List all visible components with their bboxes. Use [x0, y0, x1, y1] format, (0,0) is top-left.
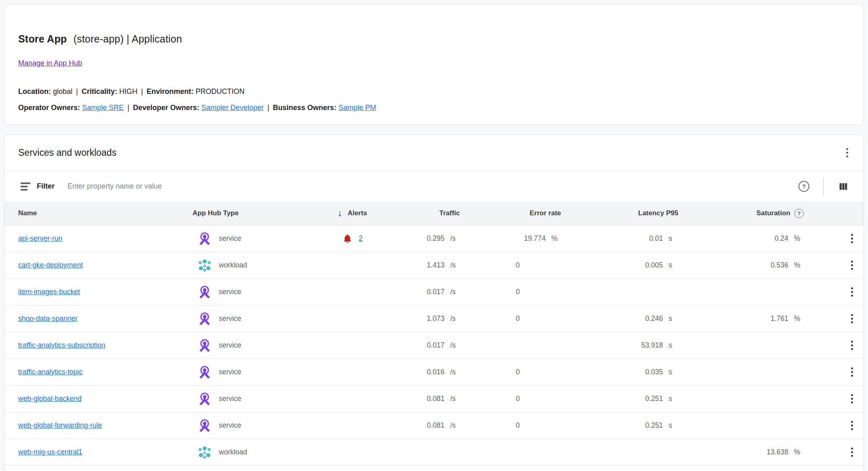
traffic-cell: 1.413/s: [395, 261, 470, 269]
error-rate-value: 19.774: [524, 234, 546, 243]
error-rate-value: 0: [516, 261, 520, 269]
help-icon: ?: [798, 181, 809, 192]
row-more-options-button[interactable]: [848, 444, 856, 460]
row-type-label: workload: [219, 261, 247, 269]
latency-cell: 0.005s: [571, 261, 688, 269]
latency-unit: s: [663, 341, 683, 350]
service-name-link[interactable]: web-global-forwarding-rule: [18, 421, 102, 430]
page: Store App (store-app) | Application Mana…: [0, 0, 868, 471]
row-more-options-button[interactable]: [848, 364, 856, 380]
meta-label: Business Owners:: [273, 104, 339, 112]
header-alerts[interactable]: ↓ Alerts: [294, 209, 395, 218]
app-name: Store App: [18, 33, 67, 45]
header-saturation-label: Saturation: [756, 209, 790, 217]
latency-value: 0.246: [645, 314, 663, 323]
meta-label: Criticality:: [82, 87, 119, 95]
latency-value: 0.01: [649, 234, 663, 243]
saturation-cell: 0.24%: [688, 234, 813, 243]
app-owners-line: Operator Owners: Sample SRE|Developer Ow…: [18, 100, 850, 116]
traffic-value: 0.081: [427, 421, 445, 430]
traffic-value: 0.295: [427, 234, 445, 243]
name-cell: cart-gke-deployment: [4, 261, 193, 269]
latency-value: 0.251: [645, 395, 663, 403]
header-saturation[interactable]: Saturation ?: [688, 209, 813, 218]
service-name-link[interactable]: api-server-run: [18, 234, 62, 243]
saturation-help-icon[interactable]: ?: [794, 209, 804, 218]
filter-help-button[interactable]: ?: [796, 178, 812, 194]
saturation-value: 0.24: [775, 234, 788, 243]
service-name-link[interactable]: shop-data-spanner: [18, 314, 78, 323]
row-more-options-button[interactable]: [848, 418, 856, 433]
meta-label: Location:: [18, 87, 53, 95]
type-cell: service: [193, 285, 294, 299]
header-app-hub-type[interactable]: App Hub Type: [193, 209, 294, 217]
filter-input[interactable]: [68, 182, 796, 191]
separator: |: [124, 104, 133, 112]
saturation-unit: %: [788, 448, 809, 456]
actions-cell: [813, 337, 864, 353]
manage-in-app-hub-link[interactable]: Manage in App Hub: [18, 59, 82, 68]
filter-label[interactable]: Filter: [37, 182, 55, 191]
service-name-link[interactable]: web-mig-us-central1: [18, 448, 83, 456]
error-cell: 0: [470, 421, 571, 430]
header-error-rate[interactable]: Error rate: [470, 209, 571, 217]
saturation-value: 0.536: [771, 261, 788, 269]
type-cell: service: [193, 392, 294, 406]
owner-link[interactable]: Sample PM: [339, 104, 376, 112]
type-cell: workload: [193, 445, 294, 460]
panel-header: Services and workloads: [4, 135, 864, 171]
header-latency-p95[interactable]: Latency P95: [571, 209, 688, 217]
type-cell: service: [193, 231, 294, 246]
actions-cell: [813, 311, 864, 327]
row-type-label: service: [219, 341, 241, 350]
owner-link[interactable]: Sample SRE: [82, 104, 124, 112]
owner-link[interactable]: Sampler Developer: [201, 104, 264, 112]
service-name-link[interactable]: traffic-analytics-topic: [18, 368, 83, 376]
error-cell: 0: [470, 288, 571, 296]
app-id-and-kind: (store-app) | Application: [73, 33, 182, 45]
saturation-unit: %: [788, 314, 809, 323]
toolbar-divider: [823, 178, 824, 195]
service-name-link[interactable]: web-global-backend: [18, 395, 82, 403]
traffic-value: 0.017: [427, 341, 445, 350]
actions-cell: [813, 257, 864, 273]
service-name-link[interactable]: item-images-bucket: [18, 288, 80, 296]
actions-cell: [813, 284, 864, 300]
type-cell: workload: [193, 258, 294, 273]
header-alerts-label: Alerts: [347, 209, 367, 217]
service-icon: [197, 231, 212, 246]
latency-cell: 0.251s: [571, 395, 688, 403]
row-more-options-button[interactable]: [848, 391, 856, 407]
traffic-unit: /s: [445, 234, 465, 243]
saturation-unit: %: [788, 234, 809, 243]
table-row: traffic-analytics-subscription: [4, 332, 864, 359]
error-rate-value: 0: [516, 314, 520, 323]
row-more-options-button[interactable]: [848, 337, 856, 353]
row-type-label: service: [219, 421, 241, 430]
latency-unit: s: [663, 314, 683, 323]
panel-more-options-button[interactable]: [843, 145, 851, 161]
row-more-options-button[interactable]: [848, 231, 856, 246]
alert-count-link[interactable]: 2: [359, 234, 363, 243]
row-more-options-button[interactable]: [848, 257, 856, 273]
service-name-link[interactable]: traffic-analytics-subscription: [18, 341, 106, 350]
name-cell: item-images-bucket: [4, 288, 193, 296]
type-cell: service: [193, 338, 294, 353]
actions-cell: [813, 418, 864, 433]
table-row: cart-gke-deployment: [4, 252, 864, 279]
meta-value: HIGH: [119, 87, 138, 95]
header-name[interactable]: Name: [4, 209, 193, 217]
latency-value: 0.251: [645, 421, 663, 430]
row-type-label: service: [219, 368, 241, 376]
row-more-options-button[interactable]: [848, 284, 856, 300]
latency-unit: s: [663, 234, 683, 243]
column-display-options-button[interactable]: [835, 178, 851, 195]
traffic-cell: 0.017/s: [395, 288, 470, 296]
alert-group: 2: [342, 233, 363, 244]
row-more-options-button[interactable]: [848, 311, 856, 327]
error-cell: 0: [470, 314, 571, 323]
service-name-link[interactable]: cart-gke-deployment: [18, 261, 83, 269]
workload-icon: [197, 445, 212, 460]
header-traffic[interactable]: Traffic: [395, 209, 470, 217]
service-icon: [197, 338, 212, 353]
